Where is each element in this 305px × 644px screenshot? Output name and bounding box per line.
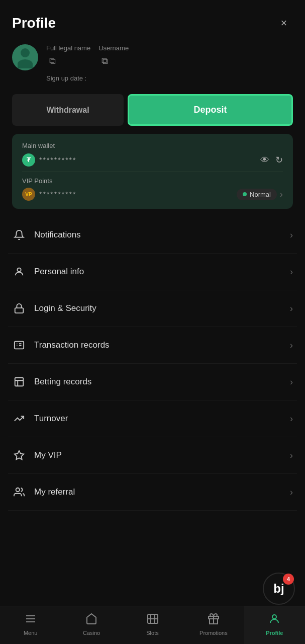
my-vip-icon [12, 448, 26, 462]
vip-points-label: VIP Points [22, 177, 283, 185]
menu-item-personal-info[interactable]: Personal info › [8, 254, 297, 290]
action-buttons: Withdrawal Deposit [0, 90, 305, 134]
header: Profile × [0, 0, 305, 40]
turnover-label: Turnover [34, 414, 68, 424]
transaction-records-icon [12, 338, 26, 352]
copy-full-name-button[interactable]: ⧉ [46, 55, 58, 67]
menu-item-left-my-referral: My referral [12, 485, 75, 499]
bj-notification-badge: 4 [283, 574, 294, 585]
wallet-divider [22, 172, 283, 172]
avatar [12, 44, 38, 70]
menu-item-left-transaction-records: Transaction records [12, 338, 110, 352]
casino-nav-icon [85, 613, 97, 628]
promotions-nav-label: Promotions [199, 630, 228, 636]
full-legal-name-field: Full legal name ⧉ [46, 44, 90, 67]
user-fields: Full legal name ⧉ Username ⧉ [46, 44, 293, 67]
page-title: Profile [12, 15, 56, 31]
svg-marker-4 [15, 451, 24, 459]
my-vip-chevron-icon: › [290, 450, 293, 461]
profile-nav-label: Profile [266, 630, 283, 636]
menu-item-notifications[interactable]: Notifications › [8, 217, 297, 254]
turnover-icon [12, 412, 26, 426]
vip-tier-badge: Normal [237, 189, 277, 200]
signup-date-row: Sign up date : [12, 74, 293, 82]
copy-username-button[interactable]: ⧉ [98, 55, 111, 67]
transaction-records-chevron-icon: › [290, 340, 293, 351]
my-referral-label: My referral [34, 487, 75, 497]
nav-item-slots[interactable]: Slots [122, 606, 183, 644]
menu-item-left-my-vip: My VIP [12, 448, 62, 462]
vip-balance: ********** [39, 190, 76, 198]
menu-item-transaction-records[interactable]: Transaction records › [8, 327, 297, 364]
betting-records-icon [12, 375, 26, 389]
wallet-refresh-icon[interactable]: ↻ [275, 154, 283, 166]
menu-nav-icon [25, 613, 37, 628]
username-field: Username ⧉ [98, 44, 129, 67]
menu-item-my-vip[interactable]: My VIP › [8, 437, 297, 474]
my-referral-icon [12, 485, 26, 499]
menu-item-left-login-security: Login & Security [12, 301, 96, 315]
betting-records-chevron-icon: › [290, 377, 293, 387]
svg-rect-1 [15, 308, 24, 313]
casino-nav-label: Casino [83, 630, 100, 636]
betting-records-label: Betting records [34, 377, 91, 387]
user-section: Full legal name ⧉ Username ⧉ Sign up dat… [0, 40, 305, 90]
nav-item-casino[interactable]: Casino [61, 606, 122, 644]
menu-list: Notifications › Personal info › Login & … [0, 217, 305, 511]
my-referral-chevron-icon: › [290, 487, 293, 498]
username-label: Username [98, 44, 129, 52]
menu-item-left-notifications: Notifications [12, 228, 81, 242]
personal-info-icon [12, 265, 26, 279]
bj-logo[interactable]: bj 4 [263, 573, 295, 605]
bj-logo-text: bj [273, 582, 284, 596]
personal-info-chevron-icon: › [290, 267, 293, 277]
close-button[interactable]: × [275, 14, 293, 32]
menu-item-login-security[interactable]: Login & Security › [8, 290, 297, 327]
vip-badge-dot [243, 192, 247, 196]
transaction-records-label: Transaction records [34, 340, 110, 350]
menu-item-turnover[interactable]: Turnover › [8, 400, 297, 437]
bottom-nav: Menu Casino Slots Promotions Profile [0, 606, 305, 644]
wallet-balance: ********** [39, 156, 76, 164]
login-security-chevron-icon: › [290, 303, 293, 314]
login-security-icon [12, 301, 26, 315]
svg-point-0 [17, 268, 21, 272]
slots-nav-label: Slots [146, 630, 158, 636]
wallet-currency-icon: ₮ [22, 153, 35, 167]
notifications-chevron-icon: › [290, 230, 293, 240]
nav-item-profile[interactable]: Profile [244, 606, 305, 644]
menu-item-left-betting-records: Betting records [12, 375, 91, 389]
personal-info-label: Personal info [34, 267, 84, 277]
notifications-label: Notifications [34, 230, 81, 240]
main-wallet-row: ₮ ********** 👁 ↻ [22, 153, 283, 167]
svg-point-5 [16, 488, 20, 492]
profile-nav-icon [268, 613, 280, 628]
nav-item-menu[interactable]: Menu [0, 606, 61, 644]
promotions-nav-icon [208, 613, 220, 628]
svg-point-10 [272, 615, 276, 619]
login-security-label: Login & Security [34, 303, 96, 313]
slots-nav-icon [147, 613, 159, 628]
menu-item-betting-records[interactable]: Betting records › [8, 364, 297, 400]
menu-item-my-referral[interactable]: My referral › [8, 474, 297, 511]
wallet-card: Main wallet ₮ ********** 👁 ↻ VIP Points … [12, 134, 293, 209]
main-wallet-label: Main wallet [22, 142, 283, 149]
wallet-visibility-icon[interactable]: 👁 [260, 155, 269, 166]
notifications-icon [12, 228, 26, 242]
full-legal-name-label: Full legal name [46, 44, 90, 52]
vip-icon: VP [22, 188, 35, 201]
menu-item-left-turnover: Turnover [12, 412, 68, 426]
withdrawal-button[interactable]: Withdrawal [12, 94, 124, 126]
vip-row: VP ********** Normal › [22, 188, 283, 201]
my-vip-label: My VIP [34, 450, 62, 460]
deposit-button[interactable]: Deposit [128, 94, 293, 126]
vip-chevron-icon[interactable]: › [280, 189, 283, 200]
svg-rect-3 [15, 378, 24, 386]
nav-item-promotions[interactable]: Promotions [183, 606, 244, 644]
menu-item-left-personal-info: Personal info [12, 265, 84, 279]
menu-nav-label: Menu [24, 630, 38, 636]
turnover-chevron-icon: › [290, 414, 293, 424]
signup-date-label: Sign up date : [46, 74, 86, 82]
